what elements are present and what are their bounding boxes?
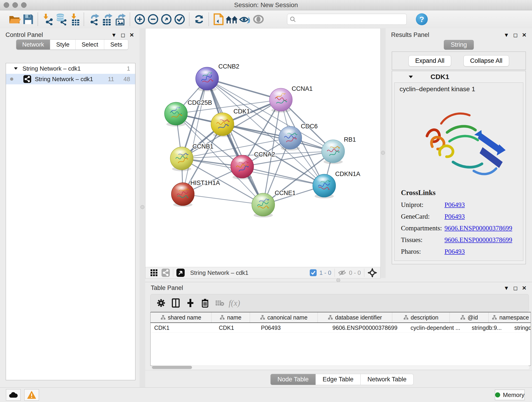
import-network-file-button[interactable] [41, 13, 54, 26]
cloud-button[interactable] [6, 389, 21, 401]
search-icon [290, 16, 296, 22]
tab-network[interactable]: Network [16, 40, 50, 50]
search-input[interactable] [296, 16, 398, 23]
search-box [287, 14, 407, 25]
export-table-button[interactable] [100, 13, 114, 26]
show-columns-button[interactable] [168, 298, 183, 307]
column-header-label: description [411, 314, 438, 321]
table-row[interactable]: CDK1CDK1P064939606.ENSP00000378699cyclin… [151, 323, 531, 333]
network-view-icon[interactable] [162, 269, 170, 277]
panel-float-icon[interactable]: ◻ [513, 285, 518, 291]
import-network-database-button[interactable] [54, 13, 68, 26]
network-node-rb1[interactable]: RB1 [322, 136, 356, 164]
tab-style[interactable]: Style [50, 40, 75, 50]
selected-checkbox-icon[interactable] [310, 269, 317, 276]
column-header-databaseidentifier[interactable]: database identifier [318, 313, 392, 322]
export-network-button[interactable] [87, 13, 100, 26]
panel-float-icon[interactable]: ◻ [513, 32, 518, 38]
zoom-selected-button[interactable] [173, 13, 186, 26]
node-label: RB1 [344, 136, 356, 143]
scrollbar-thumb[interactable] [152, 366, 192, 369]
collapse-all-button[interactable]: Collapse All [463, 55, 509, 66]
panel-close-icon[interactable]: ✕ [522, 32, 526, 38]
tab-network-table[interactable]: Network Table [361, 374, 414, 385]
horizontal-scrollbar[interactable] [151, 366, 530, 370]
import-table-file-button[interactable] [68, 13, 81, 26]
column-header-description[interactable]: description [392, 313, 450, 322]
crosslink-link[interactable]: 9606.ENSP00000378699 [444, 236, 512, 244]
network-view-canvas[interactable]: CCNB2CCNA1CDC25BCDK1CDC6RB1CCNB1CCNA2CDK… [145, 28, 380, 268]
tab-node-table[interactable]: Node Table [270, 374, 316, 385]
panel-close-icon[interactable]: ✕ [522, 285, 526, 291]
results-panel: Results Panel ▼ ◻ ✕ String Expand All Co… [386, 28, 532, 278]
network-tree-root-row[interactable]: String Network – cdk1 1 [6, 63, 135, 74]
crosslinks-list: Uniprot:P06493GeneCard:P06493Compartment… [401, 201, 523, 255]
table-cell[interactable]: CDK1 [151, 323, 215, 332]
column-header-namespace[interactable]: namespace [489, 313, 531, 322]
panel-menu-icon[interactable]: ▼ [504, 285, 509, 291]
network-node-ccna1[interactable]: CCNA1 [269, 85, 313, 113]
crosslink-link[interactable]: P06493 [444, 248, 465, 255]
zoom-fit-button[interactable] [160, 13, 173, 26]
tab-edge-table[interactable]: Edge Table [316, 374, 361, 385]
panel-close-icon[interactable]: ✕ [129, 32, 134, 38]
panel-float-icon[interactable]: ◻ [121, 32, 125, 38]
network-edge[interactable] [183, 79, 207, 194]
save-session-button[interactable] [22, 13, 35, 26]
tab-sets[interactable]: Sets [104, 40, 128, 50]
panel-menu-icon[interactable]: ▼ [111, 32, 117, 38]
network-edge[interactable] [242, 167, 324, 186]
table-cell[interactable]: CDK1 [215, 323, 257, 332]
network-tree-item[interactable]: String Network – cdk1 11 48 [6, 74, 135, 84]
crosslink-link[interactable]: P06493 [444, 213, 465, 220]
table-cell[interactable]: cyclin-dependent ... [407, 323, 468, 332]
apply-layout-button[interactable] [192, 13, 206, 26]
table-cell[interactable]: P06493 [257, 323, 329, 332]
expand-all-button[interactable]: Expand All [409, 55, 451, 66]
birdseye-navigator-icon[interactable] [367, 268, 377, 278]
tab-select[interactable]: Select [75, 40, 104, 50]
table-cell[interactable]: stringdb:9... [468, 323, 511, 332]
export-image-button[interactable] [114, 13, 127, 26]
column-header-sharedname[interactable]: shared name [151, 313, 211, 322]
add-column-button[interactable] [183, 298, 198, 307]
panel-splitter-bottom[interactable] [145, 278, 532, 282]
network-node-cdkn1a[interactable]: CDKN1A [313, 171, 360, 198]
panel-splitter-left[interactable] [139, 28, 145, 387]
network-node-hist1h1a[interactable]: HIST1H1A [171, 179, 220, 207]
column-header-id[interactable]: @id [450, 313, 489, 322]
first-neighbors-button[interactable] [225, 13, 239, 26]
crosslink-row: Uniprot:P06493 [401, 201, 523, 209]
crosslink-label: GeneCard: [401, 213, 444, 220]
network-edge[interactable] [183, 194, 263, 205]
zoom-out-button[interactable] [146, 13, 160, 26]
paste-annotation-button[interactable] [212, 13, 225, 26]
detach-view-icon[interactable] [177, 269, 185, 277]
column-header-name[interactable]: name [211, 313, 250, 322]
show-graphics-details-button[interactable] [252, 13, 265, 26]
export-table-icon [101, 13, 113, 26]
network-node-cdc25b[interactable]: CDC25B [165, 99, 212, 127]
tab-string[interactable]: String [444, 40, 474, 50]
network-node-cdk1[interactable]: CDK1 [211, 108, 250, 137]
panel-menu-icon[interactable]: ▼ [504, 32, 509, 38]
disclosure-triangle-icon[interactable] [14, 67, 18, 70]
help-button[interactable]: ? [416, 13, 428, 25]
table-cell[interactable]: stringdb [511, 323, 531, 332]
network-graph[interactable]: CCNB2CCNA1CDC25BCDK1CDC6RB1CCNB1CCNA2CDK… [146, 28, 380, 267]
table-cell[interactable]: 9606.ENSP00000378699 [329, 323, 407, 332]
column-header-canonicalname[interactable]: canonical name [250, 313, 318, 322]
delete-column-button[interactable] [198, 298, 212, 307]
crosslink-link[interactable]: 9606.ENSP00000378699 [444, 224, 512, 232]
zoom-in-button[interactable] [133, 13, 146, 26]
entry-disclosure-icon[interactable] [409, 75, 413, 79]
network-node-ccnb2[interactable]: CCNB2 [196, 63, 239, 91]
hide-selected-button[interactable] [239, 13, 252, 26]
memory-button[interactable]: Memory [495, 390, 525, 400]
grid-view-icon[interactable] [150, 269, 158, 277]
panel-splitter-right[interactable] [380, 28, 386, 278]
table-settings-button[interactable] [154, 299, 168, 307]
crosslink-link[interactable]: P06493 [444, 201, 465, 209]
open-session-button[interactable] [8, 13, 22, 26]
warnings-button[interactable] [24, 389, 39, 401]
